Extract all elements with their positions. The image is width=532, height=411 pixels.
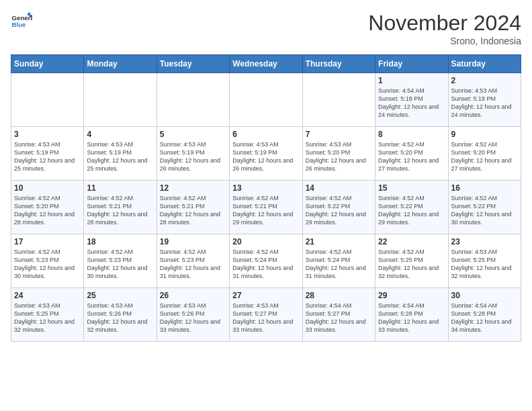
day-number: 24	[14, 291, 81, 300]
day-info: Sunrise: 4:53 AM Sunset: 5:19 PM Dayligh…	[232, 140, 299, 173]
day-number: 26	[160, 291, 226, 300]
day-number: 12	[160, 183, 226, 193]
day-number: 30	[451, 291, 518, 300]
day-info: Sunrise: 4:52 AM Sunset: 5:23 PM Dayligh…	[87, 248, 153, 281]
day-cell	[84, 73, 157, 127]
day-cell: 19Sunrise: 4:52 AM Sunset: 5:23 PM Dayli…	[157, 234, 229, 288]
day-number: 29	[378, 291, 445, 300]
day-info: Sunrise: 4:53 AM Sunset: 5:18 PM Dayligh…	[451, 87, 518, 120]
day-info: Sunrise: 4:53 AM Sunset: 5:25 PM Dayligh…	[14, 302, 81, 334]
day-number: 1	[378, 76, 445, 85]
day-number: 13	[232, 183, 299, 193]
day-cell: 30Sunrise: 4:54 AM Sunset: 5:28 PM Dayli…	[448, 288, 521, 342]
day-number: 18	[87, 237, 153, 246]
day-cell: 20Sunrise: 4:52 AM Sunset: 5:24 PM Dayli…	[230, 234, 302, 288]
day-cell: 1Sunrise: 4:54 AM Sunset: 5:18 PM Daylig…	[375, 73, 448, 127]
logo-icon: General Blue	[11, 11, 32, 32]
day-number: 22	[378, 237, 445, 246]
day-cell: 14Sunrise: 4:52 AM Sunset: 5:22 PM Dayli…	[302, 181, 375, 234]
day-cell: 6Sunrise: 4:53 AM Sunset: 5:19 PM Daylig…	[230, 127, 302, 181]
day-number: 5	[160, 130, 226, 139]
day-info: Sunrise: 4:52 AM Sunset: 5:20 PM Dayligh…	[378, 140, 445, 173]
title-section: November 2024 Srono, Indonesia	[368, 11, 521, 46]
day-cell: 2Sunrise: 4:53 AM Sunset: 5:18 PM Daylig…	[448, 73, 521, 127]
day-number: 16	[451, 183, 518, 193]
day-number: 11	[87, 183, 153, 193]
day-cell: 13Sunrise: 4:52 AM Sunset: 5:21 PM Dayli…	[230, 181, 302, 234]
day-cell	[157, 73, 229, 127]
day-header-sunday: Sunday	[11, 55, 84, 73]
day-info: Sunrise: 4:52 AM Sunset: 5:20 PM Dayligh…	[14, 194, 81, 227]
day-cell: 24Sunrise: 4:53 AM Sunset: 5:25 PM Dayli…	[11, 288, 84, 342]
week-row-3: 10Sunrise: 4:52 AM Sunset: 5:20 PM Dayli…	[11, 181, 521, 234]
day-info: Sunrise: 4:52 AM Sunset: 5:22 PM Dayligh…	[451, 194, 518, 227]
day-number: 19	[160, 237, 226, 246]
location: Srono, Indonesia	[368, 36, 521, 46]
day-info: Sunrise: 4:52 AM Sunset: 5:22 PM Dayligh…	[378, 194, 445, 227]
day-number: 3	[14, 130, 81, 139]
day-info: Sunrise: 4:52 AM Sunset: 5:23 PM Dayligh…	[160, 248, 226, 281]
week-row-2: 3Sunrise: 4:53 AM Sunset: 5:19 PM Daylig…	[11, 127, 521, 181]
day-info: Sunrise: 4:53 AM Sunset: 5:27 PM Dayligh…	[232, 302, 299, 334]
day-info: Sunrise: 4:52 AM Sunset: 5:21 PM Dayligh…	[160, 194, 226, 227]
day-info: Sunrise: 4:53 AM Sunset: 5:19 PM Dayligh…	[14, 140, 81, 173]
day-info: Sunrise: 4:54 AM Sunset: 5:18 PM Dayligh…	[378, 87, 445, 120]
day-number: 17	[14, 237, 81, 246]
day-cell: 4Sunrise: 4:53 AM Sunset: 5:19 PM Daylig…	[84, 127, 157, 181]
day-number: 14	[306, 183, 372, 193]
day-cell: 11Sunrise: 4:52 AM Sunset: 5:21 PM Dayli…	[84, 181, 157, 234]
day-info: Sunrise: 4:53 AM Sunset: 5:26 PM Dayligh…	[87, 302, 153, 334]
day-cell: 5Sunrise: 4:53 AM Sunset: 5:19 PM Daylig…	[157, 127, 229, 181]
day-cell: 8Sunrise: 4:52 AM Sunset: 5:20 PM Daylig…	[375, 127, 448, 181]
day-info: Sunrise: 4:53 AM Sunset: 5:19 PM Dayligh…	[87, 140, 153, 173]
svg-text:Blue: Blue	[12, 21, 26, 28]
day-info: Sunrise: 4:52 AM Sunset: 5:21 PM Dayligh…	[232, 194, 299, 227]
day-header-wednesday: Wednesday	[230, 55, 302, 73]
day-header-thursday: Thursday	[302, 55, 375, 73]
day-info: Sunrise: 4:52 AM Sunset: 5:20 PM Dayligh…	[451, 140, 518, 173]
day-cell: 3Sunrise: 4:53 AM Sunset: 5:19 PM Daylig…	[11, 127, 84, 181]
day-header-tuesday: Tuesday	[157, 55, 229, 73]
day-cell: 25Sunrise: 4:53 AM Sunset: 5:26 PM Dayli…	[84, 288, 157, 342]
day-cell: 27Sunrise: 4:53 AM Sunset: 5:27 PM Dayli…	[230, 288, 302, 342]
week-row-5: 24Sunrise: 4:53 AM Sunset: 5:25 PM Dayli…	[11, 288, 521, 342]
day-cell	[230, 73, 302, 127]
day-number: 21	[306, 237, 372, 246]
day-info: Sunrise: 4:53 AM Sunset: 5:20 PM Dayligh…	[306, 140, 372, 173]
day-number: 8	[378, 130, 445, 139]
day-cell: 15Sunrise: 4:52 AM Sunset: 5:22 PM Dayli…	[375, 181, 448, 234]
day-number: 9	[451, 130, 518, 139]
day-info: Sunrise: 4:54 AM Sunset: 5:27 PM Dayligh…	[306, 302, 372, 334]
day-number: 4	[87, 130, 153, 139]
day-cell: 21Sunrise: 4:52 AM Sunset: 5:24 PM Dayli…	[302, 234, 375, 288]
day-cell: 17Sunrise: 4:52 AM Sunset: 5:23 PM Dayli…	[11, 234, 84, 288]
day-info: Sunrise: 4:52 AM Sunset: 5:22 PM Dayligh…	[306, 194, 372, 227]
day-cell: 16Sunrise: 4:52 AM Sunset: 5:22 PM Dayli…	[448, 181, 521, 234]
day-cell: 29Sunrise: 4:54 AM Sunset: 5:28 PM Dayli…	[375, 288, 448, 342]
day-cell	[11, 73, 84, 127]
day-number: 25	[87, 291, 153, 300]
day-number: 10	[14, 183, 81, 193]
month-title: November 2024	[368, 11, 521, 36]
day-info: Sunrise: 4:54 AM Sunset: 5:28 PM Dayligh…	[378, 302, 445, 334]
day-number: 23	[451, 237, 518, 246]
day-cell: 9Sunrise: 4:52 AM Sunset: 5:20 PM Daylig…	[448, 127, 521, 181]
week-row-4: 17Sunrise: 4:52 AM Sunset: 5:23 PM Dayli…	[11, 234, 521, 288]
day-header-monday: Monday	[84, 55, 157, 73]
day-header-friday: Friday	[375, 55, 448, 73]
day-info: Sunrise: 4:52 AM Sunset: 5:21 PM Dayligh…	[87, 194, 153, 227]
day-cell: 26Sunrise: 4:53 AM Sunset: 5:26 PM Dayli…	[157, 288, 229, 342]
day-number: 2	[451, 76, 518, 85]
day-number: 20	[232, 237, 299, 246]
day-cell	[302, 73, 375, 127]
day-info: Sunrise: 4:52 AM Sunset: 5:24 PM Dayligh…	[306, 248, 372, 281]
day-cell: 22Sunrise: 4:52 AM Sunset: 5:25 PM Dayli…	[375, 234, 448, 288]
week-row-1: 1Sunrise: 4:54 AM Sunset: 5:18 PM Daylig…	[11, 73, 521, 127]
day-cell: 12Sunrise: 4:52 AM Sunset: 5:21 PM Dayli…	[157, 181, 229, 234]
day-info: Sunrise: 4:53 AM Sunset: 5:19 PM Dayligh…	[160, 140, 226, 173]
day-info: Sunrise: 4:53 AM Sunset: 5:26 PM Dayligh…	[160, 302, 226, 334]
svg-marker-2	[27, 12, 31, 15]
day-number: 7	[306, 130, 372, 139]
logo: General Blue	[11, 11, 32, 32]
page-header: General Blue November 2024 Srono, Indone…	[11, 11, 521, 46]
